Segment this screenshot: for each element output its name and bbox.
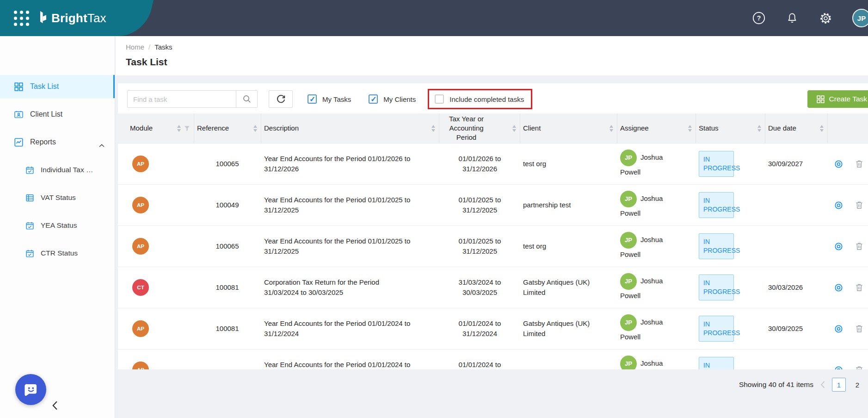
create-task-button[interactable]: Create Task: [807, 90, 868, 108]
sidebar-subitem-label: Individual Tax …: [41, 166, 93, 174]
sidebar-subitem-individual-tax[interactable]: Individual Tax …: [0, 158, 115, 181]
toolbar-checkboxes: My TasksMy ClientsInclude completed task…: [293, 89, 532, 109]
column-header-tax-year-or-accounting-period[interactable]: Tax Year or Accounting Period: [439, 113, 520, 143]
checkbox-label: My Clients: [383, 95, 416, 103]
breadcrumb-home[interactable]: Home: [126, 43, 144, 51]
sidebar-collapse-icon[interactable]: [52, 401, 58, 412]
checkbox-include-completed-tasks[interactable]: Include completed tasks: [435, 94, 524, 104]
sidebar-item-task-list[interactable]: Task List: [0, 75, 115, 98]
help-icon[interactable]: ?: [752, 12, 765, 25]
delete-task-icon[interactable]: [856, 324, 863, 333]
description-cell: Year End Accounts for the Period 01/01/2…: [261, 360, 439, 369]
view-task-icon[interactable]: [834, 366, 843, 370]
app-launcher-grid-icon[interactable]: [14, 11, 29, 26]
create-task-label: Create Task: [829, 95, 867, 103]
sidebar: Task ListClient ListReportsIndividual Ta…: [0, 36, 115, 418]
user-avatar[interactable]: JP: [852, 9, 868, 27]
column-header-assignee[interactable]: Assignee: [617, 113, 696, 143]
sidebar-item-client-list[interactable]: Client List: [0, 103, 115, 126]
column-header-client[interactable]: Client: [520, 113, 617, 143]
breadcrumb-separator: /: [148, 43, 150, 51]
checked-checkbox[interactable]: [308, 94, 317, 104]
brand-light: Tax: [87, 11, 106, 25]
delete-task-icon[interactable]: [856, 283, 863, 292]
module-badge: AP: [132, 238, 149, 255]
page-button-1[interactable]: 1: [832, 378, 846, 392]
client-cell: Gatsby Antiques (UK) Limited: [520, 277, 617, 298]
delete-task-icon[interactable]: [856, 160, 863, 168]
view-task-icon[interactable]: [834, 201, 843, 210]
sidebar-subitem-yea-status[interactable]: YEA Status: [0, 214, 115, 237]
assignee-avatar: JP: [620, 232, 637, 249]
view-task-icon[interactable]: [834, 160, 843, 168]
toolbar: My TasksMy ClientsInclude completed task…: [118, 83, 868, 110]
assignee-avatar: JP: [620, 273, 637, 290]
column-header-due-date[interactable]: Due date: [765, 113, 828, 143]
sort-icon: [684, 125, 692, 132]
column-header-actions: [828, 113, 868, 143]
column-header-label: Tax Year or Accounting Period: [442, 114, 491, 142]
checked-checkbox[interactable]: [369, 94, 378, 104]
search-icon[interactable]: [236, 91, 257, 107]
refresh-button[interactable]: [269, 90, 293, 108]
sidebar-item-reports[interactable]: Reports: [0, 131, 115, 154]
description-cell: Year End Accounts for the Period 01/01/2…: [261, 195, 439, 215]
due-date-cell: 30/09/2027: [765, 159, 828, 169]
reference-cell: 100065: [194, 159, 261, 169]
bell-icon[interactable]: [786, 12, 799, 25]
sidebar-subitem-ctr-status[interactable]: CTR Status: [0, 242, 115, 265]
column-header-description[interactable]: Description: [261, 113, 439, 143]
brighttax-logo-mark-icon: [38, 11, 48, 25]
delete-task-icon[interactable]: [856, 201, 863, 209]
create-task-grid-icon: [817, 95, 825, 103]
chart-icon: [14, 137, 23, 147]
filter-icon[interactable]: [184, 125, 190, 131]
column-header-status[interactable]: Status: [696, 113, 765, 143]
task-list-card: My TasksMy ClientsInclude completed task…: [118, 83, 868, 369]
header-actions: ? JP: [752, 0, 868, 36]
assignee-cell: JPJoshua Powell: [617, 150, 696, 178]
actions-cell: [828, 242, 868, 251]
column-header-label: Due date: [768, 124, 796, 133]
unchecked-checkbox[interactable]: [435, 94, 444, 104]
sidebar-subitem-vat-status[interactable]: VAT Status: [0, 186, 115, 209]
period-cell: 01/01/2024 to 31/12/2024: [439, 360, 520, 369]
checkbox-my-tasks[interactable]: My Tasks: [308, 94, 351, 104]
client-cell: partnership test: [520, 200, 617, 210]
column-header-module[interactable]: Module: [127, 113, 194, 143]
period-cell: 01/01/2025 to 31/12/2025: [439, 236, 520, 256]
previous-page-icon[interactable]: [820, 381, 825, 388]
sort-icon: [509, 125, 516, 132]
reference-cell: 100065: [194, 241, 261, 251]
gear-icon[interactable]: [819, 12, 832, 25]
period-cell: 31/03/2024 to 30/03/2025: [439, 277, 520, 298]
assignee-cell: JPJoshua Powell: [617, 273, 696, 302]
view-task-icon[interactable]: [834, 283, 843, 292]
chat-widget-button[interactable]: [15, 374, 46, 405]
chat-bubble-icon: [22, 381, 39, 398]
chevron-up-icon[interactable]: [99, 141, 105, 149]
view-task-icon[interactable]: [834, 242, 843, 251]
brand-bold: Bright: [51, 11, 87, 25]
assignee-cell: JPJoshua Powell: [617, 314, 696, 343]
module-cell: CT: [127, 279, 194, 296]
table-row: AP100065Year End Accounts for the Period…: [118, 225, 868, 267]
delete-task-icon[interactable]: [856, 366, 863, 369]
assignee-cell: JPJoshua Powell: [617, 232, 696, 261]
page-button-2[interactable]: 2: [850, 378, 864, 392]
contact-card-icon: [14, 110, 23, 119]
view-task-icon[interactable]: [834, 324, 843, 333]
status-cell: IN PROGRESS: [696, 233, 765, 259]
sort-icon: [606, 125, 613, 132]
checkbox-my-clients[interactable]: My Clients: [369, 94, 416, 104]
column-header-reference[interactable]: Reference: [194, 113, 261, 143]
sidebar-item-label: Reports: [30, 138, 56, 146]
description-cell: Corporation Tax Return for the Period 31…: [261, 277, 439, 298]
client-cell: test org: [520, 241, 617, 251]
actions-cell: [828, 283, 868, 292]
table-row: CT100081Corporation Tax Return for the P…: [118, 267, 868, 308]
delete-task-icon[interactable]: [856, 242, 863, 250]
status-badge: IN PROGRESS: [699, 316, 734, 342]
calendar-check-icon: [25, 166, 34, 174]
search-input[interactable]: [128, 91, 236, 107]
